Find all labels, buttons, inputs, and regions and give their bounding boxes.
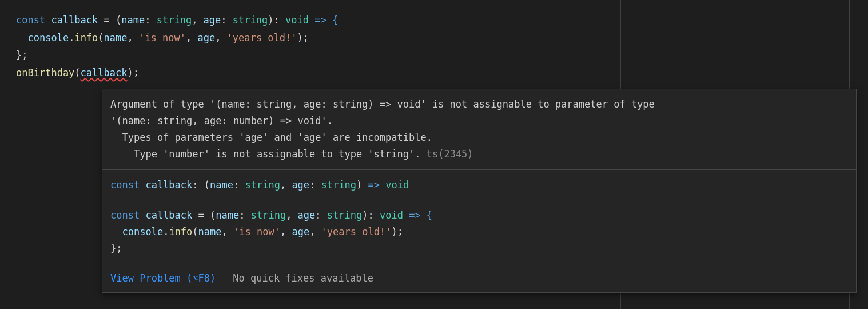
error-code: ts(2345)	[420, 148, 473, 160]
error-message-section: Argument of type '(name: string, age: st…	[102, 89, 856, 170]
error-line-1: Argument of type '(name: string, age: st…	[110, 96, 848, 113]
hover-footer: View Problem (⌥F8) No quick fixes availa…	[102, 264, 856, 292]
code-editor[interactable]: const callback = (name: string, age: str…	[0, 0, 868, 81]
error-line-4: Type 'number' is not assignable to type …	[110, 146, 848, 163]
definition-section: const callback = (name: string, age: str…	[102, 200, 856, 264]
signature-section: const callback: (name: string, age: stri…	[102, 170, 856, 201]
error-line-2: '(name: string, age: number) => void'.	[110, 113, 848, 129]
code-line-1: const callback = (name: string, age: str…	[16, 11, 868, 29]
error-line-3: Types of parameters 'age' and 'age' are …	[110, 129, 848, 146]
hover-tooltip: Argument of type '(name: string, age: st…	[102, 89, 857, 293]
code-line-2: console.info(name, 'is now', age, 'years…	[16, 29, 868, 47]
no-quick-fix-label: No quick fixes available	[233, 270, 373, 287]
view-problem-link[interactable]: View Problem (⌥F8)	[110, 270, 216, 287]
error-token[interactable]: callback	[81, 67, 128, 78]
code-line-4: onBirthday(callback);	[16, 64, 868, 82]
code-line-3: };	[16, 46, 868, 64]
